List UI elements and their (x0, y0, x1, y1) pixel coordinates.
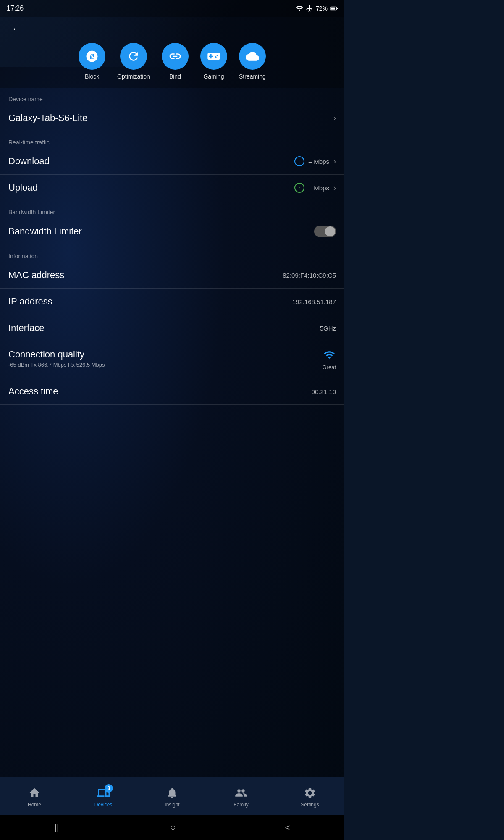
streaming-circle (239, 43, 266, 70)
ip-address-title: IP address (8, 296, 52, 307)
nav-insight-label: Insight (165, 802, 179, 808)
family-icon-container (235, 787, 247, 799)
bind-icon (168, 50, 182, 63)
toggle-knob (325, 226, 335, 236)
back-button[interactable]: ← (8, 22, 24, 36)
download-value: – Mbps (309, 158, 329, 165)
action-block[interactable]: Block (79, 43, 105, 80)
home-icon-container (28, 787, 41, 799)
interface-title: Interface (8, 323, 45, 333)
access-time-item: Access time 00:21:10 (0, 378, 344, 405)
gaming-icon (207, 50, 220, 63)
system-home-button[interactable]: ○ (170, 822, 176, 833)
bandwidth-title: Bandwidth Limiter (8, 226, 82, 237)
device-name-chevron: › (333, 114, 336, 123)
cq-right: Great (322, 349, 336, 370)
bandwidth-item[interactable]: Bandwidth Limiter (0, 218, 344, 245)
bandwidth-section-label: Bandwidth Limiter (0, 201, 344, 218)
access-time-title: Access time (8, 386, 58, 397)
download-title: Download (8, 156, 50, 167)
bell-icon (166, 787, 178, 799)
nav-home-label: Home (28, 802, 41, 808)
system-nav: ||| ○ < (0, 815, 344, 840)
upload-title: Upload (8, 182, 38, 193)
device-name-value: Galaxy-Tab-S6-Lite (8, 113, 87, 123)
connection-quality-item: Connection quality -65 dBm Tx 866.7 Mbps… (0, 341, 344, 378)
interface-right: 5GHz (320, 325, 336, 332)
upload-icon: ↑ (294, 183, 304, 193)
streaming-icon (246, 50, 259, 63)
mac-address-right: 82:09:F4:10:C9:C5 (283, 272, 336, 279)
settings-icon-container (304, 787, 316, 799)
system-menu-button[interactable]: ||| (55, 823, 61, 832)
svg-rect-1 (331, 7, 335, 9)
insight-icon-container (166, 787, 178, 799)
airplane-icon (306, 5, 313, 12)
gear-icon (304, 787, 316, 799)
interface-item: Interface 5GHz (0, 315, 344, 341)
action-streaming[interactable]: Streaming (239, 43, 266, 80)
download-icon: ↓ (294, 156, 304, 166)
wifi-status-icon (296, 5, 303, 12)
download-right: ↓ – Mbps › (294, 156, 336, 166)
gaming-circle (200, 43, 227, 70)
nav-family-label: Family (234, 802, 248, 808)
cq-title: Connection quality (8, 349, 105, 360)
upload-right: ↑ – Mbps › (294, 183, 336, 193)
bind-label: Bind (169, 73, 181, 80)
optimization-label: Optimization (117, 73, 150, 80)
quality-label: Great (322, 364, 336, 370)
ip-address-right: 192.168.51.187 (292, 298, 336, 305)
ip-address-value: 192.168.51.187 (292, 298, 336, 305)
optimization-circle (120, 43, 147, 70)
nav-devices-label: Devices (94, 802, 113, 808)
access-time-right: 00:21:10 (312, 388, 336, 395)
action-optimization[interactable]: Optimization (117, 43, 150, 80)
block-label: Block (85, 73, 99, 80)
action-bind[interactable]: Bind (162, 43, 189, 80)
mac-address-value: 82:09:F4:10:C9:C5 (283, 272, 336, 279)
battery-icon (330, 5, 338, 12)
interface-value: 5GHz (320, 325, 336, 332)
mac-address-item: MAC address 82:09:F4:10:C9:C5 (0, 262, 344, 289)
ip-address-item: IP address 192.168.51.187 (0, 289, 344, 315)
information-section-label: Information (0, 245, 344, 262)
nav-family[interactable]: Family (207, 787, 276, 808)
devices-badge: 3 (105, 784, 113, 793)
access-time-value: 00:21:10 (312, 388, 336, 395)
nav-devices[interactable]: 3 Devices (69, 787, 138, 808)
nav-home[interactable]: Home (0, 787, 69, 808)
battery-text: 72% (316, 5, 328, 12)
cq-subtitle: -65 dBm Tx 866.7 Mbps Rx 526.5 Mbps (8, 362, 105, 368)
bottom-nav: Home 3 Devices Insight Family (0, 777, 344, 815)
cq-top: Connection quality -65 dBm Tx 866.7 Mbps… (8, 349, 336, 370)
device-name-item[interactable]: Galaxy-Tab-S6-Lite › (0, 105, 344, 131)
bandwidth-toggle[interactable] (314, 226, 336, 237)
nav-settings[interactable]: Settings (276, 787, 344, 808)
download-item[interactable]: Download ↓ – Mbps › (0, 148, 344, 175)
svg-rect-2 (337, 8, 338, 9)
block-icon-inner (85, 50, 99, 63)
devices-icon-container: 3 (97, 787, 110, 799)
upload-chevron: › (333, 184, 336, 192)
device-name-right: › (333, 114, 336, 123)
status-time: 17:26 (7, 5, 24, 12)
bandwidth-right (314, 226, 336, 237)
cq-left: Connection quality -65 dBm Tx 866.7 Mbps… (8, 349, 105, 368)
main-content: Device name Galaxy-Tab-S6-Lite › Real-ti… (0, 88, 344, 405)
nav-insight[interactable]: Insight (138, 787, 207, 808)
block-circle (79, 43, 105, 70)
home-icon (28, 787, 41, 799)
download-chevron: › (333, 157, 336, 166)
status-icons: 72% (296, 5, 338, 12)
system-back-button[interactable]: < (285, 823, 290, 832)
optimization-icon (127, 50, 140, 63)
mac-address-title: MAC address (8, 270, 64, 281)
gaming-label: Gaming (203, 73, 224, 80)
header: ← (0, 17, 344, 36)
streaming-label: Streaming (239, 73, 266, 80)
upload-item[interactable]: Upload ↑ – Mbps › (0, 175, 344, 201)
bind-circle (162, 43, 189, 70)
action-gaming[interactable]: Gaming (200, 43, 227, 80)
wifi-quality-icon (323, 349, 336, 362)
